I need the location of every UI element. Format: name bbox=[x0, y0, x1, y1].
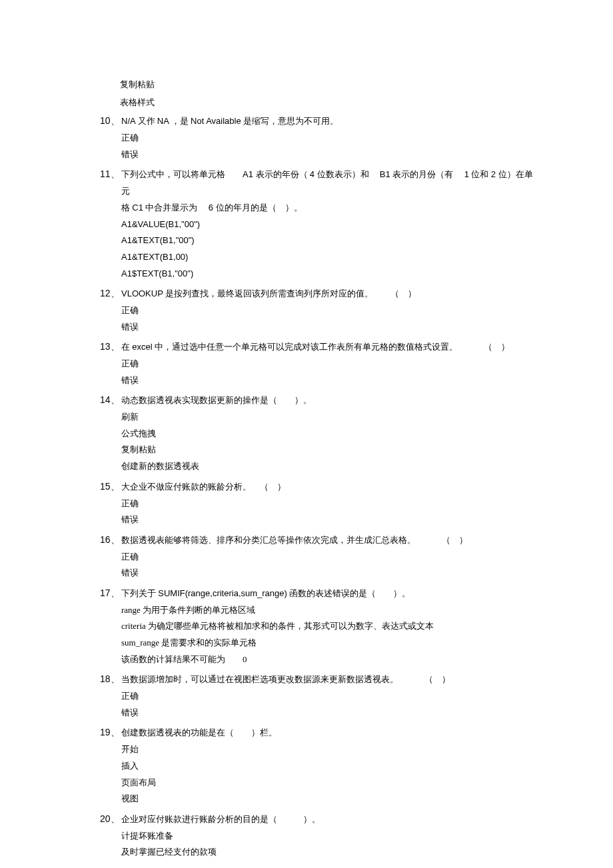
option-text: 正确 bbox=[121, 302, 533, 319]
question-text: 数据透视表能够将筛选、排序和分类汇总等操作依次完成，并生成汇总表格。 （ ） bbox=[121, 532, 533, 549]
question-text: 下列公式中，可以将单元格 A1 表示的年份（ 4 位数表示）和 B1 表示的月份… bbox=[121, 167, 533, 199]
option-text: 插入 bbox=[121, 758, 533, 775]
question-number: 18、 bbox=[100, 670, 121, 688]
question-block: 14、 动态数据透视表实现数据更新的操作是（ ）。刷新公式拖拽复制粘贴创建新的数… bbox=[100, 391, 533, 474]
option-text: range 为用于条件判断的单元格区域 bbox=[121, 602, 533, 619]
question-number: 15、 bbox=[100, 478, 121, 496]
question-block: 19、 创建数据透视表的功能是在（ ）栏。开始插入页面布局视图 bbox=[100, 723, 533, 807]
option-text: 表格样式 bbox=[120, 95, 533, 111]
option-text: 正确 bbox=[121, 549, 533, 566]
question-text: 在 excel 中，通过选中任意一个单元格可以完成对该工作表所有单元格的数值格式… bbox=[121, 339, 533, 356]
option-text: 正确 bbox=[121, 356, 533, 372]
option-text: 正确 bbox=[121, 130, 533, 147]
option-text: criteria 为确定哪些单元格将被相加求和的条件，其形式可以为数字、表达式或… bbox=[121, 618, 533, 635]
option-text: 创建新的数据透视表 bbox=[121, 458, 533, 475]
question-number: 12、 bbox=[100, 284, 121, 302]
option-text: sum_range 是需要求和的实际单元格 bbox=[121, 635, 533, 651]
question-text: 动态数据透视表实现数据更新的操作是（ ）。 bbox=[121, 392, 533, 409]
question-text: 企业对应付账款进行账龄分析的目的是（ ）。 bbox=[121, 811, 533, 828]
option-text: 复制粘贴 bbox=[121, 442, 533, 458]
option-text: 错误 bbox=[121, 565, 533, 582]
option-text: 错误 bbox=[121, 512, 533, 528]
question-block: 16、 数据透视表能够将筛选、排序和分类汇总等操作依次完成，并生成汇总表格。 （… bbox=[100, 531, 533, 582]
question-text-cont: 格 C1 中合并显示为 6 位的年月的是（ ）。 bbox=[121, 200, 533, 217]
question-block: 11、下列公式中，可以将单元格 A1 表示的年份（ 4 位数表示）和 B1 表示… bbox=[100, 165, 533, 282]
option-text: A1$TEXT(B1,"00") bbox=[121, 266, 533, 282]
question-number: 13、 bbox=[100, 338, 121, 356]
question-block: 17、 下列关于 SUMIF(range,criteria,sum_range)… bbox=[100, 584, 533, 667]
question-number: 19、 bbox=[100, 723, 121, 741]
option-text: 开始 bbox=[121, 741, 533, 758]
question-number: 11、 bbox=[100, 165, 121, 183]
option-text: 复制粘贴 bbox=[120, 77, 533, 93]
option-text: 正确 bbox=[121, 496, 533, 512]
option-text: 错误 bbox=[121, 147, 533, 163]
question-block: 18、 当数据源增加时，可以通过在视图栏选项更改数据源来更新数据透视表。 （ ）… bbox=[100, 670, 533, 721]
question-text: 当数据源增加时，可以通过在视图栏选项更改数据源来更新数据透视表。 （ ） bbox=[121, 671, 533, 688]
option-text: 错误 bbox=[121, 372, 533, 389]
document-content: 复制粘贴表格样式10、N/A 又作 NA ，是 Not Available 是缩… bbox=[100, 77, 533, 861]
question-block: 13、 在 excel 中，通过选中任意一个单元格可以完成对该工作表所有单元格的… bbox=[100, 338, 533, 388]
option-text: A1&VALUE(B1,"00") bbox=[121, 217, 533, 233]
question-text: 大企业不做应付账款的账龄分析。 （ ） bbox=[121, 479, 533, 496]
option-text: 错误 bbox=[121, 705, 533, 721]
option-text: 公式拖拽 bbox=[121, 426, 533, 442]
option-text: A1&TEXT(B1,"00") bbox=[121, 232, 533, 249]
question-block: 20、 企业对应付账款进行账龄分析的目的是（ ）。计提坏账准备及时掌握已经支付的… bbox=[100, 810, 533, 861]
question-text: 下列关于 SUMIF(range,criteria,sum_range) 函数的… bbox=[121, 586, 533, 602]
question-number: 14、 bbox=[100, 391, 121, 409]
question-text: N/A 又作 NA ，是 Not Available 是缩写，意思为不可用。 bbox=[121, 113, 533, 130]
question-number: 20、 bbox=[100, 810, 121, 828]
question-text: 创建数据透视表的功能是在（ ）栏。 bbox=[121, 725, 533, 741]
question-text: VLOOKUP 是按列查找，最终返回该列所需查询列序所对应的值。 （ ） bbox=[121, 286, 533, 302]
option-text: 视图 bbox=[121, 791, 533, 807]
option-text: 及时掌握已经支付的款项 bbox=[121, 844, 533, 861]
option-text: 错误 bbox=[121, 319, 533, 336]
question-block: 15、 大企业不做应付账款的账龄分析。 （ ）正确错误 bbox=[100, 478, 533, 528]
option-text: 该函数的计算结果不可能为 0 bbox=[121, 651, 533, 668]
question-number: 16、 bbox=[100, 531, 121, 549]
option-text: 刷新 bbox=[121, 409, 533, 426]
option-text: 计提坏账准备 bbox=[121, 828, 533, 845]
question-number: 10、 bbox=[100, 112, 121, 130]
question-number: 17、 bbox=[100, 584, 121, 602]
option-text: 页面布局 bbox=[121, 775, 533, 791]
question-block: 12、 VLOOKUP 是按列查找，最终返回该列所需查询列序所对应的值。 （ ）… bbox=[100, 284, 533, 335]
option-text: 正确 bbox=[121, 688, 533, 705]
question-block: 10、N/A 又作 NA ，是 Not Available 是缩写，意思为不可用… bbox=[100, 112, 533, 163]
option-text: A1&TEXT(B1,00) bbox=[121, 249, 533, 266]
